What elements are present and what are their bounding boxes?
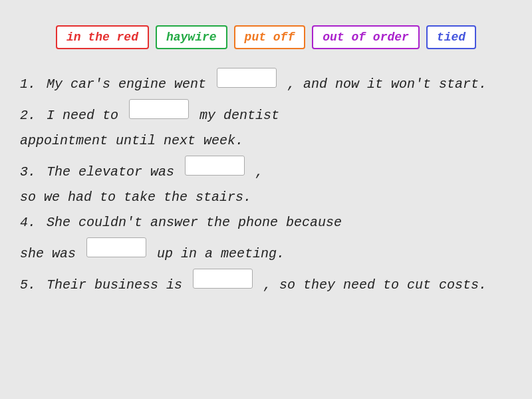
tile-tied[interactable]: tied bbox=[426, 25, 476, 49]
answer-blank[interactable] bbox=[86, 237, 146, 257]
sentence-number: 3. bbox=[20, 162, 44, 183]
sentence-text: , so they need to cut costs. bbox=[255, 275, 487, 296]
sentence-text: I need to bbox=[47, 105, 126, 126]
sentence-text: Their business is bbox=[47, 275, 190, 296]
sentence-text: , bbox=[247, 162, 263, 183]
sentence-text: , and now it won't start. bbox=[279, 74, 487, 95]
sentence-line-4: so we had to take the stairs. bbox=[20, 187, 512, 208]
sentence-text: She couldn't answer the phone because bbox=[47, 212, 342, 233]
sentence-line-0: 1. My car's engine went , and now it won… bbox=[20, 68, 512, 95]
sentence-text: so we had to take the stairs. bbox=[20, 187, 251, 208]
sentence-line-5: 4. She couldn't answer the phone because bbox=[20, 212, 512, 233]
sentence-line-6: she was up in a meeting. bbox=[20, 237, 512, 265]
tile-haywire[interactable]: haywire bbox=[156, 25, 227, 49]
sentence-line-1: 2. I need to my dentist bbox=[20, 99, 512, 126]
sentence-text: my dentist bbox=[192, 105, 279, 126]
sentence-number: 4. bbox=[20, 212, 44, 233]
sentence-text: The elevator was bbox=[47, 162, 182, 183]
sentence-text: My car's engine went bbox=[47, 74, 214, 95]
tile-in-the-red[interactable]: in the red bbox=[56, 25, 149, 49]
sentence-text: she was bbox=[20, 243, 84, 265]
sentence-line-3: 3. The elevator was , bbox=[20, 156, 512, 183]
sentence-text: up in a meeting. bbox=[149, 243, 285, 265]
word-bank: in the redhaywireput offout of ordertied bbox=[33, 25, 499, 49]
answer-blank[interactable] bbox=[185, 156, 245, 176]
sentence-number: 1. bbox=[20, 74, 44, 95]
sentence-number: 5. bbox=[20, 275, 44, 296]
sentence-number: 2. bbox=[20, 105, 44, 126]
answer-blank[interactable] bbox=[129, 99, 189, 119]
sentence-line-2: appointment until next week. bbox=[20, 130, 512, 152]
sentence-text: appointment until next week. bbox=[20, 130, 243, 152]
sentence-line-7: 5. Their business is , so they need to c… bbox=[20, 269, 512, 296]
sentences-container: 1. My car's engine went , and now it won… bbox=[20, 68, 512, 296]
answer-blank[interactable] bbox=[217, 68, 277, 88]
tile-put-off[interactable]: put off bbox=[234, 25, 306, 49]
answer-blank[interactable] bbox=[193, 269, 253, 289]
tile-out-of-order[interactable]: out of order bbox=[312, 25, 420, 49]
